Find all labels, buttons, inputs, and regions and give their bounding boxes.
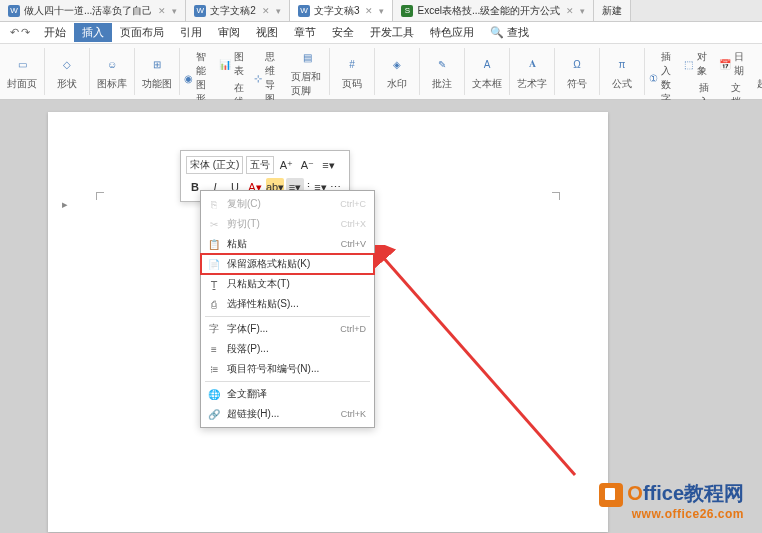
context-menu: ⎘ 复制(C) Ctrl+C ✂ 剪切(T) Ctrl+X 📋 粘贴 Ctrl+…	[200, 190, 375, 428]
context-paste[interactable]: 📋 粘贴 Ctrl+V	[201, 234, 374, 254]
word-doc-icon: W	[8, 5, 20, 17]
doc-tab-label: Excel表格技...级全能的开方公式	[417, 4, 560, 18]
grow-font-button[interactable]: A⁺	[277, 156, 295, 174]
margin-marker-tl	[96, 192, 104, 200]
doc-tab-label: 文字文稿3	[314, 4, 360, 18]
logo-icon	[599, 483, 623, 507]
menu-security[interactable]: 安全	[324, 23, 362, 42]
word-doc-icon: W	[298, 5, 310, 17]
context-cut: ✂ 剪切(T) Ctrl+X	[201, 214, 374, 234]
dropdown-icon[interactable]: ▾	[580, 6, 585, 16]
header-footer-button[interactable]: ▤页眉和页脚	[291, 45, 323, 98]
context-hyperlink[interactable]: 🔗 超链接(H)... Ctrl+K	[201, 404, 374, 424]
dropdown-icon[interactable]: ▾	[276, 6, 281, 16]
menu-separator	[205, 381, 370, 382]
paste-icon: 📋	[207, 237, 221, 251]
symbol-button[interactable]: Ω符号	[561, 52, 593, 91]
copy-icon: ⎘	[207, 197, 221, 211]
menu-chapter[interactable]: 章节	[286, 23, 324, 42]
link-icon: 🔗	[207, 407, 221, 421]
context-bullets-numbering[interactable]: ⁝≡ 项目符号和编号(N)...	[201, 359, 374, 379]
context-copy: ⎘ 复制(C) Ctrl+C	[201, 194, 374, 214]
dropdown-icon[interactable]: ▾	[172, 6, 177, 16]
close-icon[interactable]: ✕	[158, 6, 166, 16]
watermark-logo: Office教程网 www.office26.com	[599, 480, 744, 521]
word-doc-icon: W	[194, 5, 206, 17]
ribbon-toolbar: ▭封面页 ◇形状 ☺图标库 ⊞功能图 ◉智能图形 ⊟关系图 📊图表 📈在线图表 …	[0, 44, 762, 100]
context-paste-keep-formatting[interactable]: 📄 保留源格式粘贴(K)	[201, 254, 374, 274]
doc-tab-new[interactable]: 新建	[594, 0, 631, 21]
dropdown-icon[interactable]: ▾	[379, 6, 384, 16]
menu-bar: ↶ ↷ 开始 插入 页面布局 引用 审阅 视图 章节 安全 开发工具 特色应用 …	[0, 22, 762, 44]
context-font[interactable]: 字 字体(F)... Ctrl+D	[201, 319, 374, 339]
close-icon[interactable]: ✕	[365, 6, 373, 16]
doc-tab-3[interactable]: S Excel表格技...级全能的开方公式 ✕ ▾	[393, 0, 594, 21]
wordart-button[interactable]: 𝐀艺术字	[516, 52, 548, 91]
smart-graphic-button[interactable]: ◉智能图形	[184, 50, 211, 106]
context-paste-special[interactable]: ⎙ 选择性粘贴(S)...	[201, 294, 374, 314]
watermark-button[interactable]: ◈水印	[381, 52, 413, 91]
close-icon[interactable]: ✕	[566, 6, 574, 16]
menu-page-layout[interactable]: 页面布局	[112, 23, 172, 42]
menu-references[interactable]: 引用	[172, 23, 210, 42]
doc-tab-0[interactable]: W 做人四十一道...活辜负了自己 ✕ ▾	[0, 0, 186, 21]
redo-icon[interactable]: ↷	[21, 26, 30, 39]
menu-insert[interactable]: 插入	[74, 23, 112, 42]
object-button[interactable]: ⬚对象	[684, 50, 711, 78]
cut-icon: ✂	[207, 217, 221, 231]
shrink-font-button[interactable]: A⁻	[298, 156, 316, 174]
menu-view[interactable]: 视图	[248, 23, 286, 42]
doc-tab-1[interactable]: W 文字文稿2 ✕ ▾	[186, 0, 290, 21]
document-tabs-bar: W 做人四十一道...活辜负了自己 ✕ ▾ W 文字文稿2 ✕ ▾ W 文字文稿…	[0, 0, 762, 22]
page-number-button[interactable]: #页码	[336, 52, 368, 91]
doc-tab-2[interactable]: W 文字文稿3 ✕ ▾	[290, 0, 394, 21]
addon-button[interactable]: ⊞功能图	[141, 52, 173, 91]
mindmap-button[interactable]: ⊹思维导图	[254, 50, 281, 106]
paste-special-icon: ⎙	[207, 297, 221, 311]
formula-button[interactable]: π公式	[606, 52, 638, 91]
context-paste-text-only[interactable]: Ṯ 只粘贴文本(T)	[201, 274, 374, 294]
menu-special[interactable]: 特色应用	[422, 23, 482, 42]
doc-tab-label: 文字文稿2	[210, 4, 256, 18]
textbox-button[interactable]: A文本框	[471, 52, 503, 91]
chart-button[interactable]: 📊图表	[219, 50, 246, 78]
doc-tab-label: 做人四十一道...活辜负了自己	[24, 4, 152, 18]
translate-icon: 🌐	[207, 387, 221, 401]
excel-doc-icon: S	[401, 5, 413, 17]
document-canvas[interactable]: ▸	[0, 100, 762, 533]
paste-text-icon: Ṯ	[207, 277, 221, 291]
shapes-button[interactable]: ◇形状	[51, 52, 83, 91]
font-icon: 字	[207, 322, 221, 336]
menu-dev-tools[interactable]: 开发工具	[362, 23, 422, 42]
bullets-icon: ⁝≡	[207, 362, 221, 376]
cover-page-button[interactable]: ▭封面页	[6, 52, 38, 91]
insert-number-button[interactable]: ①插入数字	[649, 50, 676, 106]
margin-marker-tr	[552, 192, 560, 200]
close-icon[interactable]: ✕	[262, 6, 270, 16]
paste-format-icon: 📄	[207, 257, 221, 271]
context-paragraph[interactable]: ≡ 段落(P)...	[201, 339, 374, 359]
paragraph-icon: ≡	[207, 342, 221, 356]
hyperlink-button[interactable]: 🔗超链接	[756, 52, 762, 91]
menu-separator	[205, 316, 370, 317]
menu-find[interactable]: 🔍 查找	[482, 23, 537, 42]
icon-library-button[interactable]: ☺图标库	[96, 52, 128, 91]
menu-review[interactable]: 审阅	[210, 23, 248, 42]
context-translate[interactable]: 🌐 全文翻译	[201, 384, 374, 404]
date-button[interactable]: 📅日期	[719, 50, 746, 78]
undo-redo-group: ↶ ↷	[4, 26, 36, 39]
doc-tab-label: 新建	[602, 4, 622, 18]
menu-start[interactable]: 开始	[36, 23, 74, 42]
font-size-select[interactable]: 五号	[246, 156, 274, 174]
page-side-marker-icon: ▸	[62, 198, 76, 212]
undo-icon[interactable]: ↶	[10, 26, 19, 39]
comment-button[interactable]: ✎批注	[426, 52, 458, 91]
font-family-select[interactable]: 宋体 (正文)	[186, 156, 243, 174]
line-spacing-button[interactable]: ≡▾	[319, 156, 337, 174]
